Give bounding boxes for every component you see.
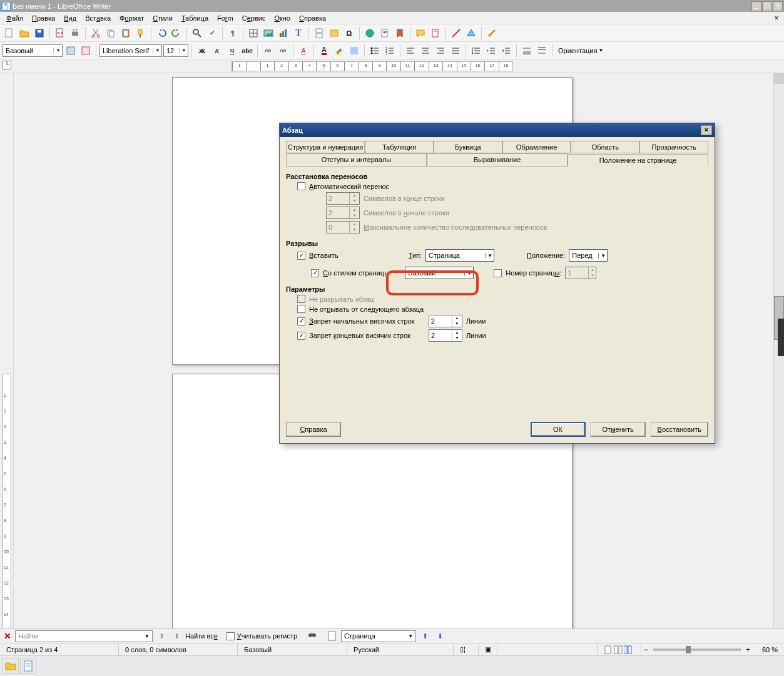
nav-doc-icon[interactable]: [326, 630, 339, 642]
menu-table[interactable]: Таблица: [178, 13, 212, 23]
orphan-checkbox[interactable]: [297, 332, 305, 340]
basic-shapes-icon[interactable]: [464, 26, 478, 40]
indent-dec-icon[interactable]: [499, 44, 513, 58]
redo-icon[interactable]: [170, 26, 183, 40]
new-style-icon[interactable]: [79, 44, 93, 58]
cancel-button[interactable]: Отменить: [591, 422, 646, 437]
print-icon[interactable]: [68, 26, 82, 40]
menu-insert[interactable]: Вставка: [81, 13, 115, 23]
close-findbar-icon[interactable]: ✕: [3, 631, 13, 641]
tab-borders[interactable]: Обрамление: [502, 141, 571, 153]
highlight-color-icon[interactable]: [332, 44, 346, 58]
table-icon[interactable]: [247, 26, 260, 40]
find-prev-icon[interactable]: ⬆: [155, 630, 168, 642]
sidebar-toggle[interactable]: [778, 319, 784, 356]
find-all-button[interactable]: Найти все: [185, 632, 218, 640]
tab-area[interactable]: Область: [571, 141, 639, 153]
break-type-combo[interactable]: Страница▼: [425, 249, 494, 262]
align-right-icon[interactable]: [434, 44, 447, 58]
field-icon[interactable]: [327, 26, 341, 40]
find-next-icon[interactable]: ⬇: [170, 630, 183, 642]
increase-para-icon[interactable]: [520, 44, 534, 58]
menu-format[interactable]: Формат: [116, 13, 148, 23]
break-position-combo[interactable]: Перед▼: [569, 249, 608, 262]
tabstop-type-icon[interactable]: └: [3, 61, 11, 69]
auto-hyphen-checkbox[interactable]: [297, 182, 305, 190]
line-spacing-icon[interactable]: [469, 44, 483, 58]
vertical-ruler[interactable]: 11234567891011121314: [0, 73, 14, 631]
clear-format-icon[interactable]: Aͯ: [297, 44, 310, 58]
menu-form[interactable]: Form: [213, 13, 237, 23]
bookmark-icon[interactable]: [393, 26, 407, 40]
find-icon[interactable]: [190, 26, 204, 40]
menu-edit[interactable]: Правка: [28, 13, 59, 23]
bullets-icon[interactable]: [368, 44, 382, 58]
numbering-icon[interactable]: 123: [383, 44, 397, 58]
clone-format-icon[interactable]: [134, 26, 148, 40]
tab-tabstops[interactable]: Табуляция: [365, 141, 434, 153]
bold-icon[interactable]: Ж: [195, 44, 209, 58]
close-window-button[interactable]: ×: [773, 1, 783, 11]
tab-indents[interactable]: Отступы и интервалы: [286, 153, 427, 166]
comment-icon[interactable]: [414, 26, 427, 40]
decrease-para-icon[interactable]: [535, 44, 549, 58]
tab-transparency[interactable]: Прозрачность: [639, 141, 708, 153]
widow-checkbox[interactable]: [297, 317, 305, 325]
strike-icon[interactable]: abc: [240, 44, 254, 58]
italic-icon[interactable]: К: [210, 44, 224, 58]
dialog-close-button[interactable]: ×: [701, 125, 712, 135]
find-replace-icon[interactable]: [306, 630, 318, 642]
nav-next-icon[interactable]: ⬇: [434, 630, 446, 642]
draw-functions-icon[interactable]: [485, 26, 499, 40]
menu-view[interactable]: Вид: [60, 13, 80, 23]
maximize-button[interactable]: □: [762, 1, 772, 11]
save-icon[interactable]: [33, 26, 46, 40]
copy-icon[interactable]: [104, 26, 118, 40]
line-icon[interactable]: [449, 26, 463, 40]
menu-help[interactable]: Справка: [295, 13, 330, 23]
status-language[interactable]: Русский: [347, 643, 454, 655]
spellcheck-icon[interactable]: ✓: [205, 26, 219, 40]
dialog-titlebar[interactable]: Абзац ×: [280, 123, 715, 137]
orphan-spinner[interactable]: ▲▼: [429, 329, 462, 342]
new-doc-icon[interactable]: [3, 26, 16, 40]
page-style-checkbox[interactable]: [311, 269, 319, 277]
match-case-checkbox[interactable]: [227, 632, 235, 640]
menu-window[interactable]: Окно: [270, 13, 294, 23]
pagebreak-icon[interactable]: [312, 26, 326, 40]
taskbar-writer-icon[interactable]: [20, 658, 36, 674]
paste-icon[interactable]: [119, 26, 133, 40]
page-style-combo[interactable]: Базовый▼: [405, 267, 474, 279]
widow-spinner[interactable]: ▲▼: [429, 315, 462, 327]
update-style-icon[interactable]: [64, 44, 78, 58]
menu-file[interactable]: Файл: [3, 13, 27, 23]
track-changes-icon[interactable]: [429, 26, 442, 40]
undo-icon[interactable]: [155, 26, 168, 40]
paragraph-style-combo[interactable]: Базовый▼: [3, 44, 63, 57]
export-pdf-icon[interactable]: PDF: [53, 26, 67, 40]
close-document-button[interactable]: ×: [771, 14, 781, 23]
status-selection-mode[interactable]: ▣: [479, 643, 497, 655]
menu-styles[interactable]: Стили: [149, 13, 176, 23]
nav-prev-icon[interactable]: ⬆: [419, 630, 431, 642]
insert-break-checkbox[interactable]: [297, 252, 305, 260]
minimize-button[interactable]: _: [751, 1, 761, 11]
horizontal-ruler[interactable]: 1123456789101112131415161718: [232, 61, 513, 71]
menu-tools[interactable]: Сервис: [238, 13, 270, 23]
tab-outline[interactable]: Структура и нумерация: [286, 141, 365, 153]
ok-button[interactable]: ОК: [531, 422, 586, 437]
status-view-layout[interactable]: [598, 643, 641, 655]
taskbar-explorer-icon[interactable]: [3, 658, 19, 674]
align-center-icon[interactable]: [419, 44, 432, 58]
reset-button[interactable]: Восстановить: [651, 422, 708, 437]
help-button[interactable]: Справка: [286, 422, 341, 437]
align-justify-icon[interactable]: [449, 44, 462, 58]
tab-textflow[interactable]: Положение на странице: [568, 154, 708, 166]
image-icon[interactable]: [262, 26, 275, 40]
status-words[interactable]: 0 слов, 0 символов: [119, 643, 238, 655]
subscript-icon[interactable]: Ab: [276, 44, 290, 58]
chart-icon[interactable]: [277, 26, 290, 40]
status-insert-mode[interactable]: ▯¦: [454, 643, 479, 655]
find-input[interactable]: Найти▼: [15, 630, 153, 642]
char-bg-icon[interactable]: [347, 44, 361, 58]
